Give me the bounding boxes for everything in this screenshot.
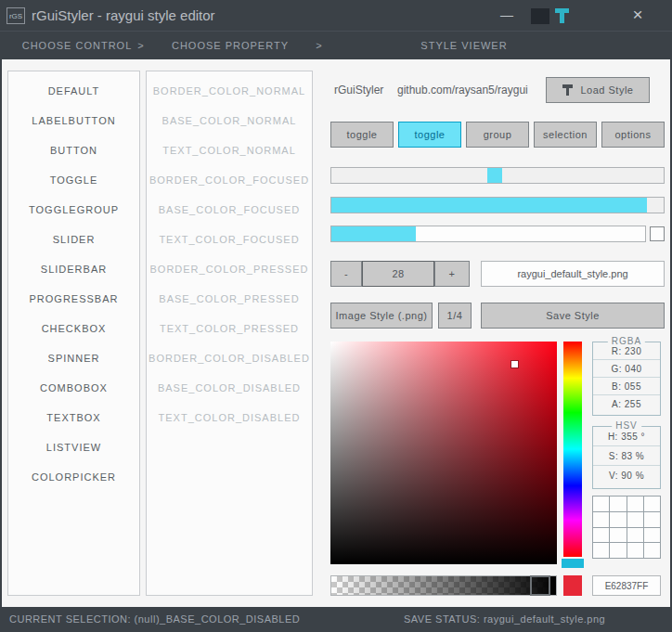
list-item-progressbar[interactable]: PROGRESSBAR xyxy=(8,284,139,314)
list-item-text-color-disabled[interactable]: TEXT_COLOR_DISABLED xyxy=(147,403,312,432)
raygui-logo-icon xyxy=(554,7,571,24)
list-item-default[interactable]: DEFAULT xyxy=(8,76,139,106)
swatch-cell[interactable] xyxy=(627,512,644,528)
list-item-base-color-disabled[interactable]: BASE_COLOR_DISABLED xyxy=(147,373,312,403)
color-picker-cursor[interactable] xyxy=(511,361,518,368)
hsv-label: HSV xyxy=(612,420,641,431)
toggle-button-1-active[interactable]: toggle xyxy=(398,122,461,148)
hue-bar[interactable] xyxy=(563,342,582,557)
toggle-button-group[interactable]: group xyxy=(466,122,529,148)
list-item-spinner[interactable]: SPINNER xyxy=(8,343,139,373)
swatch-cell[interactable] xyxy=(610,497,627,512)
color-swatch-grid xyxy=(592,496,661,559)
swatch-cell[interactable] xyxy=(593,512,610,528)
slider-handle[interactable] xyxy=(487,168,502,183)
list-item-text-color-normal[interactable]: TEXT_COLOR_NORMAL xyxy=(147,135,312,165)
alpha-slider-handle[interactable] xyxy=(530,575,550,596)
save-style-button[interactable]: Save Style xyxy=(481,303,665,329)
window-title: rGuiStyler - raygui style editor xyxy=(32,0,215,32)
rgba-g-value: G: 040 xyxy=(593,360,660,378)
current-color-swatch xyxy=(563,575,582,596)
swatch-cell[interactable] xyxy=(593,528,610,544)
menu-separator-icon: > xyxy=(136,32,147,59)
spinner-plus-button[interactable]: + xyxy=(434,261,470,287)
slider[interactable] xyxy=(330,167,665,184)
load-style-label: Load Style xyxy=(581,84,634,96)
toggle-button-selection[interactable]: selection xyxy=(534,122,597,148)
spinner-minus-button[interactable]: - xyxy=(330,261,362,287)
close-icon[interactable]: × xyxy=(627,0,648,32)
status-save: SAVE STATUS: raygui_default_style.png xyxy=(404,607,605,632)
list-item-border-color-pressed[interactable]: BORDER_COLOR_PRESSED xyxy=(147,254,312,284)
list-item-base-color-focused[interactable]: BASE_COLOR_FOCUSED xyxy=(147,195,312,225)
progress-bar xyxy=(330,226,646,242)
rgba-label: RGBA xyxy=(608,336,645,346)
app-window: rGS rGuiStyler - raygui style editor — ×… xyxy=(0,0,672,632)
list-item-border-color-normal[interactable]: BORDER_COLOR_NORMAL xyxy=(147,76,312,106)
checkbox[interactable] xyxy=(650,226,665,241)
swatch-cell[interactable] xyxy=(627,528,644,544)
swatch-cell[interactable] xyxy=(593,543,610,559)
list-item-slider[interactable]: SLIDER xyxy=(8,225,139,254)
status-bar: CURRENT SELECTION: (null)_BASE_COLOR_DIS… xyxy=(0,607,672,632)
list-item-listview[interactable]: LISTVIEW xyxy=(8,432,139,462)
list-item-labelbutton[interactable]: LABELBUTTON xyxy=(8,106,139,135)
swatch-cell[interactable] xyxy=(610,528,627,544)
list-item-border-color-disabled[interactable]: BORDER_COLOR_DISABLED xyxy=(147,343,312,373)
list-item-textbox[interactable]: TEXTBOX xyxy=(8,403,139,432)
repo-label: github.com/raysan5/raygui xyxy=(397,84,528,97)
toggle-button-0[interactable]: toggle xyxy=(330,122,394,148)
app-icon: rGS xyxy=(6,7,25,24)
maximize-icon[interactable] xyxy=(531,8,549,24)
swatch-cell[interactable] xyxy=(593,497,610,512)
rgba-b-value: B: 055 xyxy=(593,378,660,395)
title-bar: rGS rGuiStyler - raygui style editor — × xyxy=(0,0,672,32)
section-style-viewer: STYLE VIEWER xyxy=(399,32,529,59)
app-icon-label: rGS xyxy=(9,12,22,20)
swatch-cell[interactable] xyxy=(627,543,644,559)
swatch-cell[interactable] xyxy=(644,528,661,544)
list-item-border-color-focused[interactable]: BORDER_COLOR_FOCUSED xyxy=(147,165,312,195)
section-choose-control: CHOOSE CONTROL xyxy=(17,32,137,59)
swatch-cell[interactable] xyxy=(627,497,644,512)
hsv-s-value: S: 83 % xyxy=(593,446,660,466)
list-item-checkbox[interactable]: CHECKBOX xyxy=(8,314,139,343)
swatch-cell[interactable] xyxy=(610,543,627,559)
list-item-combobox[interactable]: COMBOBOX xyxy=(8,373,139,403)
swatch-cell[interactable] xyxy=(644,543,661,559)
minimize-icon[interactable]: — xyxy=(498,0,516,32)
list-item-sliderbar[interactable]: SLIDERBAR xyxy=(8,254,139,284)
progress-bar-fill xyxy=(331,226,416,241)
ratio-button[interactable]: 1/4 xyxy=(438,303,472,329)
menu-bar: CHOOSE CONTROL > CHOOSE PROPERTY STYLE >… xyxy=(0,32,672,59)
spinner-value[interactable]: 28 xyxy=(362,261,434,287)
alpha-slider[interactable] xyxy=(330,575,557,596)
list-item-base-color-normal[interactable]: BASE_COLOR_NORMAL xyxy=(147,106,312,135)
list-item-button[interactable]: BUTTON xyxy=(8,135,139,165)
image-style-button[interactable]: Image Style (.png) xyxy=(330,303,433,329)
slider-bar[interactable] xyxy=(330,197,665,213)
logo-shape xyxy=(560,13,564,23)
menu-separator-icon: > xyxy=(314,32,325,59)
controls-list: DEFAULT LABELBUTTON BUTTON TOGGLE TOGGLE… xyxy=(7,71,140,596)
status-current-selection: CURRENT SELECTION: (null)_BASE_COLOR_DIS… xyxy=(9,607,300,632)
toggle-button-options[interactable]: options xyxy=(601,122,665,148)
list-item-togglegroup[interactable]: TOGGLEGROUP xyxy=(8,195,139,225)
hsv-v-value: V: 90 % xyxy=(593,466,660,485)
list-item-text-color-pressed[interactable]: TEXT_COLOR_PRESSED xyxy=(147,314,312,343)
hue-bar-handle[interactable] xyxy=(562,559,584,568)
list-item-base-color-pressed[interactable]: BASE_COLOR_PRESSED xyxy=(147,284,312,314)
load-style-button[interactable]: Load Style xyxy=(546,77,650,103)
rgba-a-value: A: 255 xyxy=(593,395,660,413)
swatch-cell[interactable] xyxy=(644,512,661,528)
list-item-text-color-focused[interactable]: TEXT_COLOR_FOCUSED xyxy=(147,225,312,254)
rgba-panel: RGBA R: 230 G: 040 B: 055 A: 255 xyxy=(592,342,661,416)
hex-value-input[interactable]: E62837FF xyxy=(592,575,661,596)
swatch-cell[interactable] xyxy=(644,497,661,512)
filename-input[interactable]: raygui_default_style.png xyxy=(481,261,665,287)
load-style-icon xyxy=(562,84,575,96)
swatch-cell[interactable] xyxy=(610,512,627,528)
color-picker-area[interactable] xyxy=(330,342,557,564)
list-item-toggle[interactable]: TOGGLE xyxy=(8,165,139,195)
list-item-colorpicker[interactable]: COLORPICKER xyxy=(8,462,139,492)
